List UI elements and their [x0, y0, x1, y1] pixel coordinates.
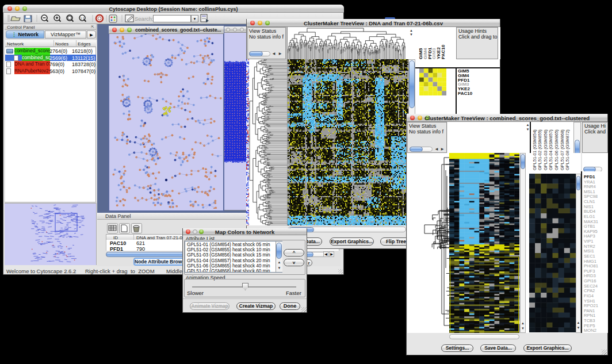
svg-text:1:1: 1:1 [81, 17, 85, 20]
